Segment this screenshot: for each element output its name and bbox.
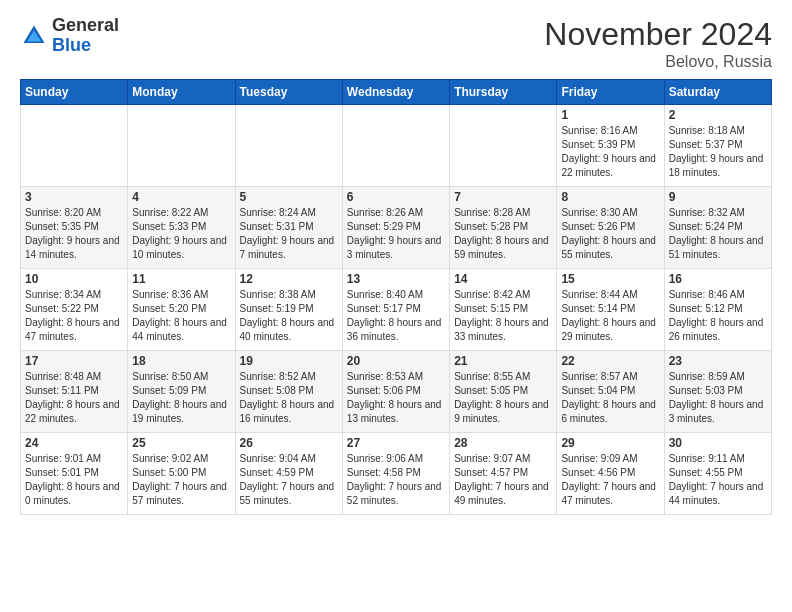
location-subtitle: Belovo, Russia	[544, 53, 772, 71]
day-info: Sunrise: 8:16 AM Sunset: 5:39 PM Dayligh…	[561, 124, 659, 180]
day-number: 28	[454, 436, 552, 450]
week-row-4: 24Sunrise: 9:01 AM Sunset: 5:01 PM Dayli…	[21, 433, 772, 515]
day-info: Sunrise: 9:07 AM Sunset: 4:57 PM Dayligh…	[454, 452, 552, 508]
month-title: November 2024	[544, 16, 772, 53]
day-info: Sunrise: 8:36 AM Sunset: 5:20 PM Dayligh…	[132, 288, 230, 344]
day-number: 22	[561, 354, 659, 368]
table-row: 3Sunrise: 8:20 AM Sunset: 5:35 PM Daylig…	[21, 187, 128, 269]
day-info: Sunrise: 9:01 AM Sunset: 5:01 PM Dayligh…	[25, 452, 123, 508]
logo-text: General Blue	[52, 16, 119, 56]
day-number: 8	[561, 190, 659, 204]
day-number: 15	[561, 272, 659, 286]
table-row: 6Sunrise: 8:26 AM Sunset: 5:29 PM Daylig…	[342, 187, 449, 269]
day-number: 24	[25, 436, 123, 450]
day-number: 25	[132, 436, 230, 450]
day-number: 29	[561, 436, 659, 450]
day-info: Sunrise: 9:09 AM Sunset: 4:56 PM Dayligh…	[561, 452, 659, 508]
logo-blue: Blue	[52, 35, 91, 55]
day-number: 13	[347, 272, 445, 286]
day-info: Sunrise: 9:02 AM Sunset: 5:00 PM Dayligh…	[132, 452, 230, 508]
table-row: 7Sunrise: 8:28 AM Sunset: 5:28 PM Daylig…	[450, 187, 557, 269]
day-number: 30	[669, 436, 767, 450]
logo: General Blue	[20, 16, 119, 56]
title-block: November 2024 Belovo, Russia	[544, 16, 772, 71]
day-number: 12	[240, 272, 338, 286]
table-row	[342, 105, 449, 187]
table-row: 24Sunrise: 9:01 AM Sunset: 5:01 PM Dayli…	[21, 433, 128, 515]
day-number: 27	[347, 436, 445, 450]
day-info: Sunrise: 8:34 AM Sunset: 5:22 PM Dayligh…	[25, 288, 123, 344]
logo-general: General	[52, 15, 119, 35]
week-row-3: 17Sunrise: 8:48 AM Sunset: 5:11 PM Dayli…	[21, 351, 772, 433]
table-row: 30Sunrise: 9:11 AM Sunset: 4:55 PM Dayli…	[664, 433, 771, 515]
col-friday: Friday	[557, 80, 664, 105]
day-number: 4	[132, 190, 230, 204]
col-saturday: Saturday	[664, 80, 771, 105]
week-row-1: 3Sunrise: 8:20 AM Sunset: 5:35 PM Daylig…	[21, 187, 772, 269]
day-info: Sunrise: 8:28 AM Sunset: 5:28 PM Dayligh…	[454, 206, 552, 262]
day-number: 10	[25, 272, 123, 286]
table-row: 13Sunrise: 8:40 AM Sunset: 5:17 PM Dayli…	[342, 269, 449, 351]
day-info: Sunrise: 8:46 AM Sunset: 5:12 PM Dayligh…	[669, 288, 767, 344]
table-row: 23Sunrise: 8:59 AM Sunset: 5:03 PM Dayli…	[664, 351, 771, 433]
table-row	[235, 105, 342, 187]
day-info: Sunrise: 8:40 AM Sunset: 5:17 PM Dayligh…	[347, 288, 445, 344]
table-row: 11Sunrise: 8:36 AM Sunset: 5:20 PM Dayli…	[128, 269, 235, 351]
table-row: 27Sunrise: 9:06 AM Sunset: 4:58 PM Dayli…	[342, 433, 449, 515]
page-container: General Blue November 2024 Belovo, Russi…	[0, 0, 792, 525]
col-thursday: Thursday	[450, 80, 557, 105]
table-row: 25Sunrise: 9:02 AM Sunset: 5:00 PM Dayli…	[128, 433, 235, 515]
table-row	[128, 105, 235, 187]
table-row: 10Sunrise: 8:34 AM Sunset: 5:22 PM Dayli…	[21, 269, 128, 351]
table-row	[21, 105, 128, 187]
day-number: 6	[347, 190, 445, 204]
col-sunday: Sunday	[21, 80, 128, 105]
day-info: Sunrise: 8:53 AM Sunset: 5:06 PM Dayligh…	[347, 370, 445, 426]
table-row: 12Sunrise: 8:38 AM Sunset: 5:19 PM Dayli…	[235, 269, 342, 351]
logo-icon	[20, 22, 48, 50]
day-info: Sunrise: 8:24 AM Sunset: 5:31 PM Dayligh…	[240, 206, 338, 262]
day-number: 26	[240, 436, 338, 450]
day-number: 16	[669, 272, 767, 286]
header: General Blue November 2024 Belovo, Russi…	[20, 16, 772, 71]
day-info: Sunrise: 8:55 AM Sunset: 5:05 PM Dayligh…	[454, 370, 552, 426]
day-number: 11	[132, 272, 230, 286]
calendar-header-row: Sunday Monday Tuesday Wednesday Thursday…	[21, 80, 772, 105]
table-row: 15Sunrise: 8:44 AM Sunset: 5:14 PM Dayli…	[557, 269, 664, 351]
day-info: Sunrise: 8:50 AM Sunset: 5:09 PM Dayligh…	[132, 370, 230, 426]
day-number: 23	[669, 354, 767, 368]
table-row: 8Sunrise: 8:30 AM Sunset: 5:26 PM Daylig…	[557, 187, 664, 269]
table-row: 4Sunrise: 8:22 AM Sunset: 5:33 PM Daylig…	[128, 187, 235, 269]
table-row: 19Sunrise: 8:52 AM Sunset: 5:08 PM Dayli…	[235, 351, 342, 433]
calendar-table: Sunday Monday Tuesday Wednesday Thursday…	[20, 79, 772, 515]
day-info: Sunrise: 8:52 AM Sunset: 5:08 PM Dayligh…	[240, 370, 338, 426]
day-info: Sunrise: 8:30 AM Sunset: 5:26 PM Dayligh…	[561, 206, 659, 262]
col-wednesday: Wednesday	[342, 80, 449, 105]
table-row: 5Sunrise: 8:24 AM Sunset: 5:31 PM Daylig…	[235, 187, 342, 269]
day-info: Sunrise: 9:04 AM Sunset: 4:59 PM Dayligh…	[240, 452, 338, 508]
col-tuesday: Tuesday	[235, 80, 342, 105]
day-number: 5	[240, 190, 338, 204]
table-row: 1Sunrise: 8:16 AM Sunset: 5:39 PM Daylig…	[557, 105, 664, 187]
table-row: 18Sunrise: 8:50 AM Sunset: 5:09 PM Dayli…	[128, 351, 235, 433]
table-row: 16Sunrise: 8:46 AM Sunset: 5:12 PM Dayli…	[664, 269, 771, 351]
day-info: Sunrise: 8:18 AM Sunset: 5:37 PM Dayligh…	[669, 124, 767, 180]
day-info: Sunrise: 8:26 AM Sunset: 5:29 PM Dayligh…	[347, 206, 445, 262]
day-info: Sunrise: 8:59 AM Sunset: 5:03 PM Dayligh…	[669, 370, 767, 426]
table-row	[450, 105, 557, 187]
day-number: 3	[25, 190, 123, 204]
day-number: 2	[669, 108, 767, 122]
day-number: 20	[347, 354, 445, 368]
day-info: Sunrise: 8:44 AM Sunset: 5:14 PM Dayligh…	[561, 288, 659, 344]
day-number: 19	[240, 354, 338, 368]
table-row: 17Sunrise: 8:48 AM Sunset: 5:11 PM Dayli…	[21, 351, 128, 433]
week-row-2: 10Sunrise: 8:34 AM Sunset: 5:22 PM Dayli…	[21, 269, 772, 351]
col-monday: Monday	[128, 80, 235, 105]
day-info: Sunrise: 8:57 AM Sunset: 5:04 PM Dayligh…	[561, 370, 659, 426]
table-row: 9Sunrise: 8:32 AM Sunset: 5:24 PM Daylig…	[664, 187, 771, 269]
day-info: Sunrise: 8:22 AM Sunset: 5:33 PM Dayligh…	[132, 206, 230, 262]
day-info: Sunrise: 8:42 AM Sunset: 5:15 PM Dayligh…	[454, 288, 552, 344]
week-row-0: 1Sunrise: 8:16 AM Sunset: 5:39 PM Daylig…	[21, 105, 772, 187]
day-number: 14	[454, 272, 552, 286]
day-number: 9	[669, 190, 767, 204]
